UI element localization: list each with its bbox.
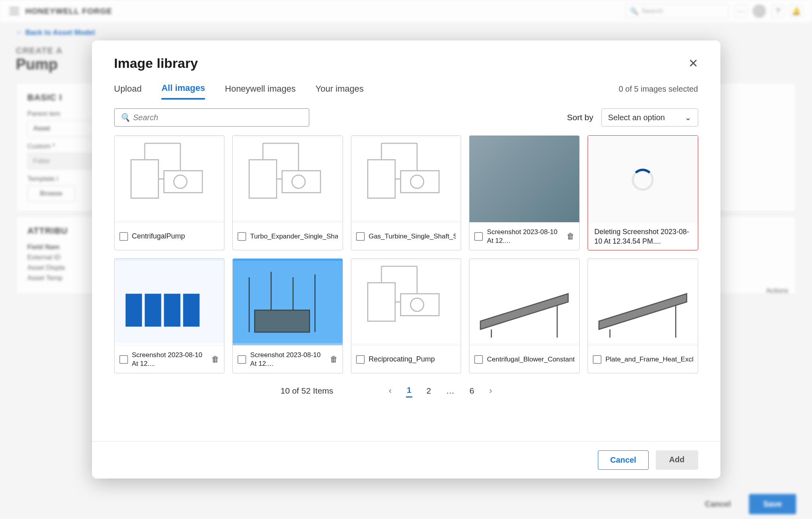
delete-icon[interactable]: 🗑: [567, 232, 575, 241]
image-card[interactable]: Gas_Turbine_Single_Shaft_Simple_Cycle: [351, 135, 462, 250]
select-checkbox[interactable]: [474, 355, 483, 364]
image-caption: Screenshot 2023-08-10 At 12....🗑: [469, 222, 579, 250]
tab-honeywell-images[interactable]: Honeywell images: [225, 79, 296, 99]
page-prev[interactable]: ‹: [388, 384, 393, 398]
page-next[interactable]: ›: [488, 384, 493, 398]
select-checkbox[interactable]: [119, 232, 128, 241]
select-checkbox[interactable]: [119, 355, 128, 364]
image-thumbnail: [233, 136, 343, 222]
pager-count: 10 of 52 Items: [281, 386, 333, 396]
cancel-button[interactable]: Cancel: [598, 450, 649, 470]
svg-rect-34: [255, 310, 309, 332]
image-grid: CentrifugalPumpTurbo_Expander_Single_Sha…: [92, 127, 720, 375]
image-thumbnail: [233, 259, 343, 345]
image-label: Plate_and_Frame_Heat_Exchanger: [605, 355, 693, 363]
svg-rect-27: [164, 294, 180, 327]
select-checkbox[interactable]: [237, 232, 246, 241]
close-icon[interactable]: ✕: [688, 58, 698, 69]
page-6[interactable]: 6: [469, 384, 475, 397]
image-label: Screenshot 2023-08-10 At 12....: [250, 351, 326, 368]
image-thumbnail: [115, 259, 224, 345]
selection-count: 0 of 5 images selected: [619, 85, 698, 94]
select-checkbox[interactable]: [356, 232, 365, 241]
image-card[interactable]: CentrifugalPump: [114, 135, 225, 250]
delete-icon[interactable]: 🗑: [211, 355, 219, 364]
image-card[interactable]: Screenshot 2023-08-10 At 12....🗑: [469, 135, 580, 250]
image-thumbnail: [588, 259, 698, 345]
image-thumbnail: [351, 259, 461, 345]
pagination: ‹ 1 2 … 6 ›: [388, 384, 493, 398]
image-thumbnail: [588, 136, 698, 223]
chevron-down-icon: ⌄: [685, 113, 691, 122]
page-ellipsis: …: [445, 384, 455, 397]
sort-by-label: Sort by: [567, 113, 594, 122]
image-caption: CentrifugalPump: [115, 222, 224, 250]
modal-tabs: Upload All images Honeywell images Your …: [92, 78, 720, 100]
add-button[interactable]: Add: [656, 450, 698, 470]
image-label: Turbo_Expander_Single_Shaft_Single_Unit_…: [250, 232, 338, 240]
select-checkbox[interactable]: [237, 355, 246, 364]
image-label: Screenshot 2023-08-10 At 12....: [487, 228, 563, 245]
tab-all-images[interactable]: All images: [161, 78, 205, 100]
image-caption: Gas_Turbine_Single_Shaft_Simple_Cycle: [351, 222, 461, 250]
image-thumbnail: [469, 136, 579, 222]
page-2[interactable]: 2: [426, 384, 432, 397]
tab-your-images[interactable]: Your images: [316, 79, 364, 99]
image-caption: Screenshot 2023-08-10 At 12....🗑: [233, 345, 343, 373]
image-card[interactable]: Deleting Screenshot 2023-08-10 At 12.34.…: [588, 135, 698, 250]
image-label: Screenshot 2023-08-10 At 12....: [132, 351, 208, 368]
delete-icon[interactable]: 🗑: [330, 355, 338, 364]
search-icon: 🔍: [120, 113, 130, 122]
image-card[interactable]: Turbo_Expander_Single_Shaft_Single_Unit_…: [232, 135, 343, 250]
svg-rect-26: [145, 294, 161, 327]
image-label: Centrifugal_Blower_Constant_Speed: [487, 355, 575, 363]
image-label: Gas_Turbine_Single_Shaft_Simple_Cycle: [369, 232, 456, 240]
image-card[interactable]: Reciprocating_Pump: [351, 258, 462, 373]
modal-title: Image library: [114, 56, 198, 71]
modal-overlay: Image library ✕ Upload All images Honeyw…: [0, 0, 812, 519]
image-caption: Reciprocating_Pump: [351, 345, 461, 373]
image-caption: Centrifugal_Blower_Constant_Speed: [469, 345, 579, 373]
image-card[interactable]: Screenshot 2023-08-10 At 12....🗑: [232, 258, 343, 373]
image-label: Reciprocating_Pump: [369, 355, 435, 364]
image-caption: Turbo_Expander_Single_Shaft_Single_Unit_…: [233, 222, 343, 250]
select-checkbox[interactable]: [356, 355, 365, 364]
select-checkbox[interactable]: [593, 355, 601, 364]
loading-spinner-icon: [632, 169, 654, 191]
image-card[interactable]: Centrifugal_Blower_Constant_Speed: [469, 258, 580, 373]
image-caption: Plate_and_Frame_Heat_Exchanger: [588, 345, 698, 373]
page-1[interactable]: 1: [406, 384, 412, 398]
image-search-input[interactable]: 🔍 Search: [114, 108, 309, 127]
tab-upload[interactable]: Upload: [114, 79, 142, 99]
image-card[interactable]: Plate_and_Frame_Heat_Exchanger: [588, 258, 698, 373]
image-label: CentrifugalPump: [132, 232, 185, 241]
image-card[interactable]: Screenshot 2023-08-10 At 12....🗑: [114, 258, 225, 373]
image-caption: Screenshot 2023-08-10 At 12....🗑: [115, 345, 224, 373]
image-thumbnail: [469, 259, 579, 345]
image-library-modal: Image library ✕ Upload All images Honeyw…: [92, 40, 720, 479]
svg-rect-25: [125, 294, 142, 327]
svg-rect-28: [183, 294, 199, 327]
image-thumbnail: [115, 136, 224, 222]
sort-by-select[interactable]: Select an option ⌄: [601, 108, 698, 127]
deleting-status-label: Deleting Screenshot 2023-08-10 At 12.34.…: [588, 223, 698, 250]
image-thumbnail: [351, 136, 461, 222]
select-checkbox[interactable]: [474, 232, 483, 241]
